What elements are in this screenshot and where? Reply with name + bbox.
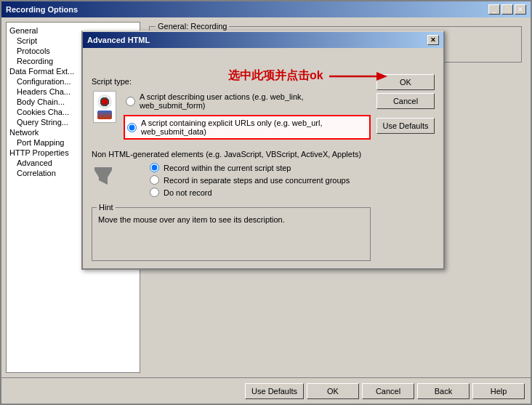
dialog-ok-button[interactable]: OK — [376, 74, 435, 90]
hint-text: Move the mouse over any item to see its … — [98, 212, 364, 256]
do-not-record-row: Do not record — [150, 188, 350, 197]
record-within-row: Record within the current script step — [150, 163, 350, 172]
record-separate-label: Record in separate steps and use concurr… — [164, 176, 350, 185]
minimize-button[interactable]: _ — [488, 4, 500, 15]
help-button[interactable]: Help — [472, 383, 525, 399]
general-recording-title: General: Recording — [156, 22, 229, 31]
bottom-bar: Use Defaults OK Cancel Back Help — [1, 377, 531, 404]
back-button[interactable]: Back — [417, 383, 469, 399]
window-title: Recording Options — [6, 5, 78, 14]
maximize-button[interactable]: □ — [501, 4, 513, 15]
non-html-label: Non HTML-generated elements (e.g. JavaSc… — [92, 150, 371, 159]
radio-record-separate[interactable] — [150, 175, 159, 185]
radio-do-not-record[interactable] — [150, 188, 159, 197]
filter-icon — [92, 164, 115, 188]
dialog-buttons: OK Cancel Use Defaults — [376, 74, 435, 134]
dialog-body: 选中此项并点击ok Script type: — [83, 48, 443, 268]
radio-explicit-urls[interactable] — [127, 123, 137, 132]
radio-option-1: A script describing user actions (e.g. w… — [124, 90, 371, 112]
dialog-title: Advanced HTML — [87, 36, 150, 44]
main-window: Recording Options _ □ ✕ General Script P… — [0, 0, 532, 405]
script-type-label: Script type: — [92, 77, 132, 86]
recording-options-group: Record within the current script step Re… — [150, 163, 350, 200]
ok-button[interactable]: OK — [307, 383, 359, 399]
radio-user-actions[interactable] — [126, 97, 135, 106]
use-defaults-button[interactable]: Use Defaults — [245, 383, 304, 399]
hint-title: Hint — [97, 203, 116, 212]
dialog-close-button[interactable]: ✕ — [427, 35, 439, 45]
radio-record-within[interactable] — [150, 163, 159, 172]
record-within-label: Record within the current script step — [164, 164, 291, 172]
do-not-record-label: Do not record — [164, 188, 212, 197]
radio-option-2: A script containing explicit URLs only (… — [124, 115, 371, 140]
dialog-use-defaults-button[interactable]: Use Defaults — [376, 118, 435, 134]
svg-marker-3 — [94, 170, 112, 185]
non-html-section: Non HTML-generated elements (e.g. JavaSc… — [92, 150, 371, 200]
dialog-title-bar: Advanced HTML ✕ — [83, 32, 443, 48]
record-separate-row: Record in separate steps and use concurr… — [150, 175, 350, 185]
hint-group: Hint Move the mouse over any item to see… — [92, 207, 371, 261]
title-bar: Recording Options _ □ ✕ — [1, 1, 531, 17]
close-button[interactable]: ✕ — [515, 4, 526, 15]
radio-option-1-label: A script describing user actions (e.g. w… — [140, 92, 368, 110]
svg-rect-2 — [94, 167, 112, 170]
title-bar-controls: _ □ ✕ — [488, 4, 526, 15]
radio-option-2-label: A script containing explicit URLs only (… — [141, 119, 367, 136]
dialog-cancel-button[interactable]: Cancel — [376, 93, 435, 109]
cancel-button[interactable]: Cancel — [362, 383, 414, 399]
advanced-html-dialog: Advanced HTML ✕ 选中此项并点击ok Script type: — [81, 31, 445, 270]
